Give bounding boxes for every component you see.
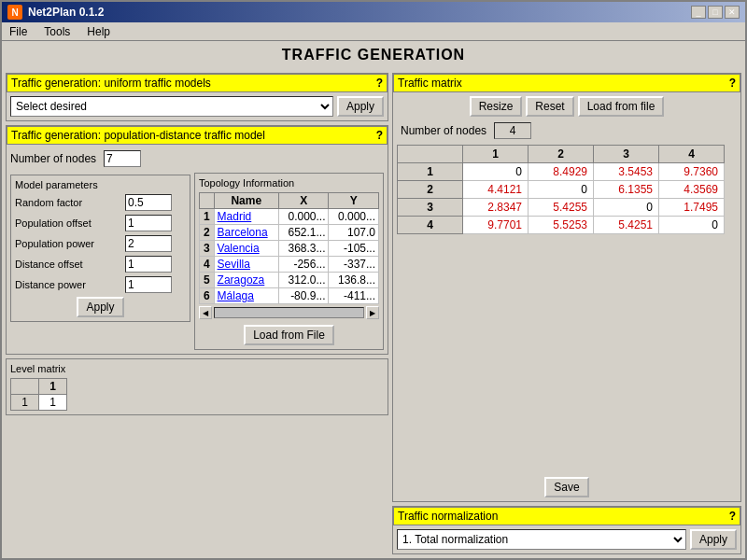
topo-row: 5 Zaragoza 312.0... 136.8...: [200, 273, 379, 288]
topo-row-num: 5: [200, 273, 215, 288]
matrix-cell-4-1[interactable]: 9.7701: [463, 217, 529, 234]
matrix-table-container[interactable]: 1234108.49293.54539.736024.412106.13554.…: [393, 141, 740, 473]
topo-row-num: 6: [200, 288, 215, 304]
matrix-cell-1-1[interactable]: 0: [463, 163, 529, 181]
matrix-row-header-3: 3: [398, 199, 463, 217]
level-corner: [11, 379, 39, 395]
menu-file[interactable]: File: [6, 24, 31, 39]
matrix-cell-3-1[interactable]: 2.8347: [463, 199, 529, 217]
close-button[interactable]: ✕: [725, 6, 740, 19]
menu-help[interactable]: Help: [83, 24, 114, 39]
matrix-cell-3-2[interactable]: 5.4255: [529, 199, 594, 217]
menu-tools[interactable]: Tools: [40, 24, 74, 39]
minimize-button[interactable]: _: [691, 6, 706, 19]
topo-city-name[interactable]: Valencia: [214, 241, 278, 257]
uniform-apply-button[interactable]: Apply: [337, 96, 384, 117]
dist-offset-input[interactable]: [125, 256, 172, 273]
pop-offset-input[interactable]: [125, 215, 172, 231]
topo-x-value: -80.9...: [279, 288, 329, 304]
pop-content: Number of nodes 7 Model parameters Rando…: [7, 145, 388, 354]
matrix-cell-1-4[interactable]: 9.7360: [659, 163, 725, 181]
save-btn-row: Save: [393, 473, 740, 501]
topology-table-container[interactable]: Name X Y 1 Madrid 0.000... 0.000... 2: [199, 192, 379, 304]
matrix-row-header-4: 4: [398, 217, 463, 234]
load-from-file-matrix-button[interactable]: Load from file: [578, 96, 665, 117]
level-row-1: 1 1: [11, 395, 67, 411]
topo-x-value: 312.0...: [279, 273, 329, 288]
uniform-traffic-help[interactable]: ?: [376, 77, 383, 90]
load-btn-center: Load from File: [199, 325, 379, 345]
page-title: TRAFFIC GENERATION: [2, 41, 745, 69]
topo-row: 4 Sevilla -256... -337...: [200, 257, 379, 273]
matrix-cell-4-2[interactable]: 5.5253: [529, 217, 594, 234]
dist-power-input[interactable]: [125, 276, 172, 293]
level-cell-1-1[interactable]: 1: [39, 395, 67, 411]
matrix-col-3: 3: [594, 146, 659, 163]
topo-y-value: -105...: [329, 241, 379, 257]
matrix-row: 32.83475.425501.7495: [398, 199, 725, 217]
matrix-cell-2-1[interactable]: 4.4121: [463, 181, 529, 199]
topo-x-value: 368.3...: [279, 241, 329, 257]
pop-power-input[interactable]: [125, 235, 172, 252]
topo-y-value: 136.8...: [329, 273, 379, 288]
load-from-file-button[interactable]: Load from File: [244, 325, 334, 345]
matrix-cell-4-4[interactable]: 0: [659, 217, 725, 234]
matrix-row: 108.49293.54539.7360: [398, 163, 725, 181]
title-bar-buttons: _ □ ✕: [691, 6, 740, 19]
topo-city-name[interactable]: Sevilla: [214, 257, 278, 273]
nodes-label: Number of nodes: [10, 152, 96, 165]
uniform-traffic-panel: Traffic generation: uniform traffic mode…: [6, 73, 388, 121]
matrix-corner: [398, 146, 463, 163]
matrix-row: 24.412106.13554.3569: [398, 181, 725, 199]
topo-row: 2 Barcelona 652.1... 107.0: [200, 225, 379, 241]
apply-btn-center: Apply: [15, 297, 186, 317]
matrix-cell-3-4[interactable]: 1.7495: [659, 199, 725, 217]
matrix-cell-4-3[interactable]: 5.4251: [594, 217, 659, 234]
topo-row-num: 1: [200, 209, 215, 225]
matrix-cell-1-3[interactable]: 3.5453: [594, 163, 659, 181]
pop-distance-header: Traffic generation: population-distance …: [7, 126, 388, 145]
level-matrix-title: Level matrix: [10, 363, 384, 374]
matrix-cell-2-2[interactable]: 0: [529, 181, 594, 199]
normalization-apply-button[interactable]: Apply: [690, 529, 737, 550]
topo-city-name[interactable]: Zaragoza: [214, 273, 278, 288]
hscroll-track[interactable]: [214, 307, 364, 318]
matrix-col-1: 1: [463, 146, 529, 163]
level-col-1: 1: [39, 379, 67, 395]
topo-x-value: 652.1...: [279, 225, 329, 241]
topo-col-name: Name: [214, 193, 278, 209]
topo-city-name[interactable]: Málaga: [214, 288, 278, 304]
uniform-traffic-label: Traffic generation: uniform traffic mode…: [11, 77, 211, 90]
pop-distance-help[interactable]: ?: [376, 129, 383, 142]
topo-row: 6 Málaga -80.9... -411...: [200, 288, 379, 304]
traffic-matrix-help[interactable]: ?: [729, 77, 736, 90]
topo-city-name[interactable]: Barcelona: [214, 225, 278, 241]
matrix-cell-3-3[interactable]: 0: [594, 199, 659, 217]
normalization-help[interactable]: ?: [729, 510, 736, 523]
random-factor-input[interactable]: [125, 194, 172, 211]
topo-x-value: 0.000...: [279, 209, 329, 225]
normalization-select[interactable]: 1. Total normalization: [397, 529, 686, 550]
nodes-count-label: Number of nodes: [401, 124, 486, 137]
matrix-cell-2-4[interactable]: 4.3569: [659, 181, 725, 199]
matrix-cell-2-3[interactable]: 6.1355: [594, 181, 659, 199]
resize-button[interactable]: Resize: [470, 96, 523, 117]
topo-hscroll[interactable]: ◀ ▶: [199, 304, 379, 321]
nodes-input[interactable]: 7: [104, 150, 141, 167]
right-panel: Traffic matrix ? Resize Reset Load from …: [392, 73, 741, 554]
scroll-right-arrow[interactable]: ▶: [366, 306, 379, 319]
reset-button[interactable]: Reset: [526, 96, 573, 117]
normalization-header: Traffic normalization ?: [393, 507, 740, 525]
traffic-matrix-header: Traffic matrix ?: [393, 74, 740, 92]
traffic-matrix-panel: Traffic matrix ? Resize Reset Load from …: [392, 73, 741, 502]
normalization-row: 1. Total normalization Apply: [393, 525, 740, 553]
uniform-select[interactable]: Select desired: [10, 96, 333, 117]
pop-offset-row: Population offset: [15, 215, 186, 231]
maximize-button[interactable]: □: [708, 6, 723, 19]
save-button[interactable]: Save: [544, 477, 588, 497]
matrix-cell-1-2[interactable]: 8.4929: [529, 163, 594, 181]
scroll-left-arrow[interactable]: ◀: [199, 306, 212, 319]
pop-apply-button[interactable]: Apply: [77, 297, 123, 317]
random-factor-label: Random factor: [15, 197, 118, 208]
topo-city-name[interactable]: Madrid: [214, 209, 278, 225]
